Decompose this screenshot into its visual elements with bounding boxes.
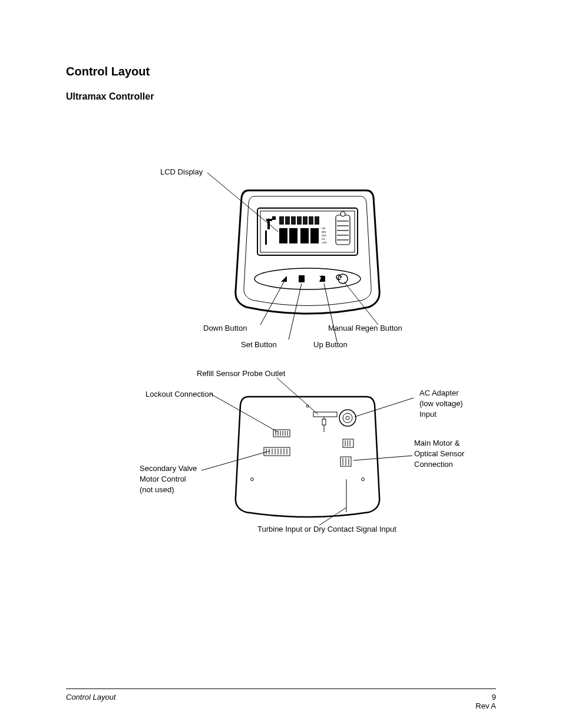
page-title: Control Layout [66, 65, 496, 78]
svg-line-34 [207, 173, 278, 232]
label-secondary-3: (not used) [140, 485, 174, 495]
svg-line-74 [210, 394, 278, 432]
svg-line-36 [289, 284, 302, 340]
label-main-motor-3: Connection [414, 459, 453, 470]
label-main-motor-2: Optical Sensor [414, 449, 464, 459]
label-secondary-1: Secondary Valve [140, 463, 197, 474]
label-main-motor-1: Main Motor & [414, 438, 459, 449]
svg-line-78 [319, 508, 346, 525]
label-ac-adapter-3: Input [419, 409, 437, 420]
svg-line-75 [201, 451, 270, 470]
page-subtitle: Ultramax Controller [66, 91, 496, 102]
label-up-button: Up Button [313, 340, 348, 350]
label-down-button: Down Button [203, 323, 247, 334]
svg-line-73 [277, 378, 318, 414]
top-leader-lines [66, 167, 490, 367]
label-refill-sensor: Refill Sensor Probe Outlet [197, 368, 285, 379]
label-secondary-2: Motor Control [140, 474, 186, 485]
footer-revision: Rev A [475, 701, 496, 710]
controller-diagram: PM MIN LBS KG x100 [66, 167, 490, 556]
svg-line-76 [355, 398, 414, 417]
svg-line-35 [260, 282, 284, 325]
label-lcd-display: LCD Display [160, 167, 203, 177]
footer-section: Control Layout [66, 693, 116, 710]
svg-line-38 [344, 282, 378, 325]
svg-line-77 [353, 456, 412, 460]
label-lockout: Lockout Connection [146, 389, 213, 400]
label-ac-adapter-1: AC Adapter [419, 388, 459, 398]
label-set-button: Set Button [241, 340, 277, 350]
page-footer: Control Layout 9 Rev A [66, 689, 496, 710]
label-manual-regen: Manual Regen Button [328, 323, 402, 334]
label-ac-adapter-2: (low voltage) [419, 398, 463, 409]
label-turbine: Turbine Input or Dry Contact Signal Inpu… [257, 524, 396, 535]
footer-page-number: 9 [492, 693, 496, 701]
